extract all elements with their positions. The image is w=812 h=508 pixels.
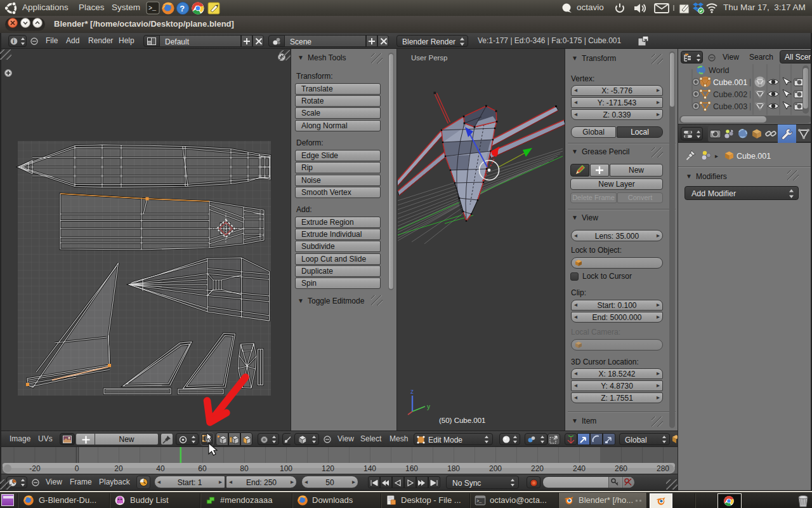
svg-text:i: i xyxy=(13,38,14,44)
svg-text:User Persp: User Persp xyxy=(411,54,448,62)
svg-text:40: 40 xyxy=(156,464,165,473)
svg-text:|: | xyxy=(749,102,751,110)
svg-text:220: 220 xyxy=(531,464,544,473)
svg-text:?: ? xyxy=(180,4,185,13)
svg-text:140: 140 xyxy=(363,464,376,473)
svg-text:|: | xyxy=(749,90,751,98)
svg-text:160: 160 xyxy=(405,464,418,473)
svg-text:y: y xyxy=(427,403,430,410)
svg-text:20: 20 xyxy=(114,464,123,473)
svg-text:|: | xyxy=(749,77,751,86)
svg-text:240: 240 xyxy=(573,464,586,473)
svg-text:z: z xyxy=(410,388,414,395)
svg-text:(50) Cube.001: (50) Cube.001 xyxy=(439,417,486,424)
svg-text:180: 180 xyxy=(447,464,460,473)
svg-text:200: 200 xyxy=(489,464,502,473)
svg-text:0: 0 xyxy=(75,464,79,473)
svg-text:>_: >_ xyxy=(148,5,157,12)
svg-text:-20: -20 xyxy=(29,464,41,473)
svg-text:Cube.002: Cube.002 xyxy=(713,90,747,99)
svg-text:60: 60 xyxy=(198,464,207,473)
svg-text:100: 100 xyxy=(280,464,292,473)
svg-text:280: 280 xyxy=(657,464,669,473)
svg-text:Cube.003: Cube.003 xyxy=(713,102,747,111)
svg-text:Cube.001: Cube.001 xyxy=(713,78,747,87)
svg-text:80: 80 xyxy=(240,464,249,473)
svg-text:World: World xyxy=(709,66,729,75)
svg-text:260: 260 xyxy=(615,464,627,473)
svg-text:>_: >_ xyxy=(476,499,481,504)
svg-text:120: 120 xyxy=(322,464,334,473)
